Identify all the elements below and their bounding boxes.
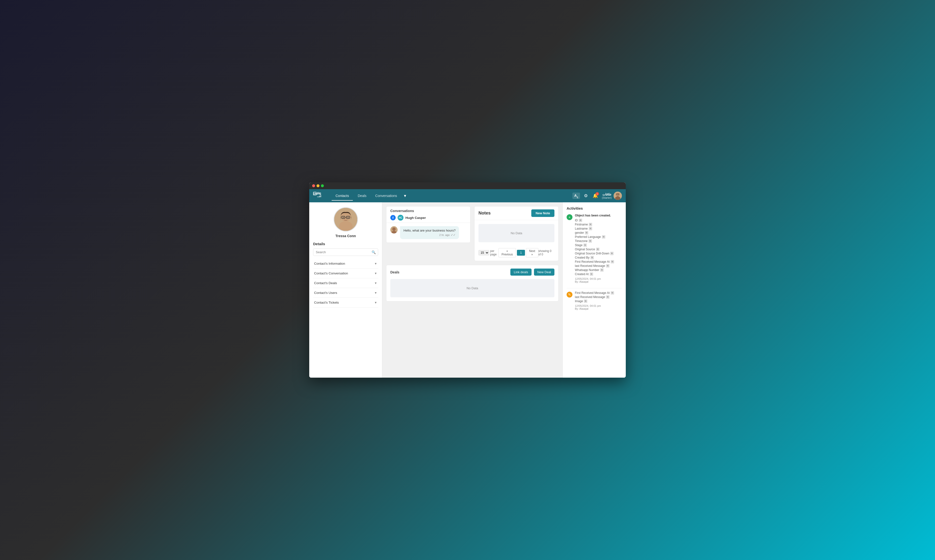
activity-field-lastname: Lastname ⧉ <box>575 227 622 230</box>
notes-panel-header: Notes New Note <box>475 206 558 220</box>
activity-field-id: ID ⧉ <box>575 218 622 222</box>
copy-icon-created-at[interactable]: ⧉ <box>590 272 593 276</box>
activity-field-preferred-language: Preferred Language ⧉ <box>575 235 622 238</box>
copy-icon-created-by[interactable]: ⧉ <box>591 256 594 259</box>
sidebar-search-input[interactable] <box>313 248 378 256</box>
dot-minimize[interactable] <box>317 184 320 187</box>
activity-field-last-received: last Received Message ⧉ <box>575 264 622 268</box>
activity-by-0: By: Alaaqat <box>575 280 622 283</box>
per-page-select: 15 25 50 per page <box>478 249 498 256</box>
accordion-contact-deals: Contact's Deals ▼ <box>313 278 378 288</box>
deals-no-data: No Data <box>390 279 554 297</box>
nav-deals[interactable]: Deals <box>354 192 371 199</box>
translate-button[interactable]: Aع <box>572 192 580 199</box>
settings-button[interactable]: ⚙ <box>583 192 589 199</box>
activity-meta-1: 12/05/2024, 04:01 pm By: Alaaqat <box>575 305 622 310</box>
details-section: Details 🔍 Contact's Information ▼ Contac… <box>313 242 378 308</box>
svg-text:Sig: Sig <box>317 192 321 195</box>
chevron-contact-users: ▼ <box>374 291 377 295</box>
activity-icon-0: + <box>567 214 572 220</box>
svg-point-19 <box>348 217 348 218</box>
copy-icon-firstname[interactable]: ⧉ <box>589 223 592 226</box>
message-meta: 2 hr. ago ✓✓ <box>403 233 455 237</box>
current-page-button[interactable]: 1 <box>517 250 525 255</box>
next-page-button[interactable]: Next » <box>526 248 538 257</box>
user-name: علاقات <box>602 192 612 196</box>
activity-icon-1: ✎ <box>567 292 572 297</box>
copy-icon-first-received-2[interactable]: ⧉ <box>611 291 614 295</box>
nav-more-icon[interactable]: ▾ <box>402 192 408 199</box>
activity-by-1: By: Alaaqat <box>575 307 622 310</box>
message-bubble: Hello, what are your business hours? 2 h… <box>400 226 459 239</box>
conv-contact-name: Hugh Casper <box>405 216 426 220</box>
copy-icon-gender[interactable]: ⧉ <box>585 231 588 234</box>
accordion-contact-info-header[interactable]: Contact's Information ▼ <box>313 259 378 268</box>
user-avatar[interactable] <box>614 192 622 200</box>
activity-field-firstname: Firstname ⧉ <box>575 223 622 226</box>
accordion-contact-tickets: Contact's Tickets ▼ <box>313 298 378 308</box>
new-note-button[interactable]: New Note <box>531 209 554 217</box>
accordion-contact-users: Contact's Users ▼ <box>313 288 378 298</box>
deals-title: Deals <box>390 270 508 274</box>
copy-icon-original-source-drilldown[interactable]: ⧉ <box>610 252 614 255</box>
copy-icon-timezone[interactable]: ⧉ <box>589 239 592 243</box>
copy-icon-last-received[interactable]: ⧉ <box>606 264 609 268</box>
facebook-icon: f <box>390 215 396 220</box>
accordion-contact-deals-header[interactable]: Contact's Deals ▼ <box>313 278 378 288</box>
accordion-contact-conv-label: Contact's Conversation <box>314 271 348 275</box>
app-window: CRM Sig ألاقت Contacts Deals Conversatio… <box>309 182 626 378</box>
activities-title: Activities <box>567 206 622 210</box>
copy-icon-image[interactable]: ⧉ <box>584 300 587 303</box>
activity-body-1: First Received Message At ⧉ last Receive… <box>575 291 622 310</box>
accordion-contact-conv-header[interactable]: Contact's Conversation ▼ <box>313 269 378 278</box>
per-page-label: per page <box>490 249 498 256</box>
copy-icon-first-received[interactable]: ⧉ <box>611 260 614 263</box>
accordion-contact-users-header[interactable]: Contact's Users ▼ <box>313 288 378 297</box>
copy-icon-lastname[interactable]: ⧉ <box>589 227 592 230</box>
activity-item-0: + Object has been created. ID ⧉ Firstnam… <box>567 214 622 283</box>
titlebar <box>309 182 626 189</box>
notes-no-data: No Data <box>478 224 554 242</box>
dot-maximize[interactable] <box>321 184 324 187</box>
chevron-contact-tickets: ▼ <box>374 301 377 305</box>
search-icon: 🔍 <box>372 250 376 254</box>
accordion-contact-info: Contact's Information ▼ <box>313 259 378 269</box>
nav-conversations[interactable]: Conversations <box>371 192 401 199</box>
copy-icon-whatsapp[interactable]: ⧉ <box>600 268 604 272</box>
navbar-right: Aع ⚙ 🔔 1 علاقات (Starter) <box>572 192 622 200</box>
activity-created-0: Object has been created. <box>575 214 622 217</box>
accordion-contact-info-label: Contact's Information <box>314 262 345 265</box>
deals-header: Deals Link deals New Deal <box>386 265 558 279</box>
user-info: علاقات (Starter) <box>602 192 612 199</box>
activity-field-whatsapp: Whatsapp Number ⧉ <box>575 268 622 272</box>
accordion-contact-conv: Contact's Conversation ▼ <box>313 269 378 278</box>
accordion-contact-tickets-header[interactable]: Contact's Tickets ▼ <box>313 298 378 307</box>
activity-timestamp-0: 12/05/2024, 04:01 pm <box>575 277 622 280</box>
message-text: Hello, what are your business hours? <box>403 229 455 232</box>
copy-icon-preferred-language[interactable]: ⧉ <box>602 235 605 238</box>
activity-field-original-source: Original Source ⧉ <box>575 248 622 251</box>
per-page-dropdown[interactable]: 15 25 50 <box>478 250 489 255</box>
copy-icon-id[interactable]: ⧉ <box>579 218 582 222</box>
link-deals-button[interactable]: Link deals <box>511 269 532 275</box>
activity-timestamp-1: 12/05/2024, 04:01 pm <box>575 305 622 307</box>
copy-icon-last-received-2[interactable]: ⧉ <box>606 295 609 299</box>
activity-field-timezone: Timezone ⧉ <box>575 239 622 243</box>
notifications-button[interactable]: 🔔 1 <box>592 192 599 199</box>
svg-point-21 <box>392 228 396 231</box>
activity-field-first-received: First Received Message At ⧉ <box>575 260 622 263</box>
new-deal-button[interactable]: New Deal <box>534 269 554 275</box>
notes-section: Notes New Note No Data 15 25 50 <box>474 206 558 261</box>
nav-items: Contacts Deals Conversations ▾ <box>332 192 572 199</box>
message-time: 2 hr. ago <box>439 234 450 237</box>
conversations-section: Conversations f HC Hugh Casper <box>386 206 471 261</box>
dot-close[interactable] <box>312 184 315 187</box>
user-area: علاقات (Starter) <box>602 192 622 200</box>
activities-panel: Activities + Object has been created. ID… <box>563 202 626 378</box>
activity-divider <box>567 288 622 288</box>
copy-icon-original-source[interactable]: ⧉ <box>596 248 600 251</box>
copy-icon-stage[interactable]: ⧉ <box>583 243 587 247</box>
prev-page-button[interactable]: « Previous <box>498 248 516 257</box>
nav-contacts[interactable]: Contacts <box>332 192 353 199</box>
activity-field-last-received-2: last Received Message ⧉ <box>575 295 622 299</box>
